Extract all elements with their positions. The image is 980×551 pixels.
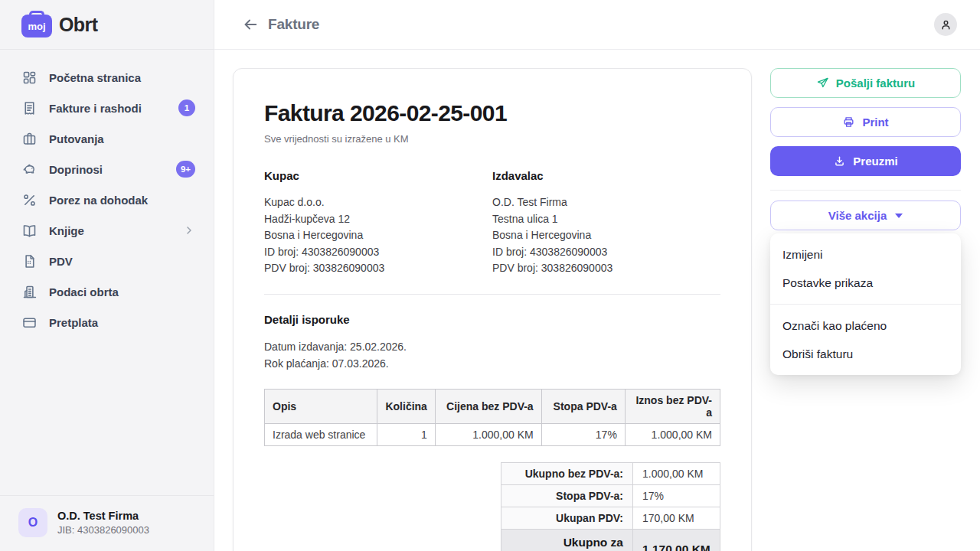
- sidebar-item-pocetna-stranica[interactable]: Početna stranica: [0, 62, 214, 93]
- buyer-country: Bosna i Hercegovina: [264, 227, 492, 244]
- issuer-name: O.D. Test Firma: [492, 194, 720, 211]
- sidebar-item-label: Početna stranica: [49, 71, 141, 84]
- table-row: Izrada web stranice 1 1.000,00 KM 17% 1.…: [265, 423, 720, 445]
- more-actions-button[interactable]: Više akcija: [770, 201, 961, 230]
- col-opis: Opis: [265, 389, 377, 423]
- dashboard-icon: [21, 70, 38, 86]
- sidebar-item-putovanja[interactable]: Putovanja: [0, 123, 214, 154]
- back-button[interactable]: [242, 16, 259, 33]
- invoice-parties: Kupac Kupac d.o.o. Hadži-kupčeva 12 Bosn…: [264, 169, 720, 277]
- more-actions-menu: Izmijeni Postavke prikaza Označi kao pla…: [770, 233, 961, 375]
- items-table: Opis Količina Cijena bez PDV-a Stopa PDV…: [264, 389, 720, 446]
- actions-divider: [770, 190, 961, 191]
- total-value: 1.000,00 KM: [633, 462, 720, 484]
- sidebar-item-label: Fakture i rashodi: [49, 102, 142, 115]
- sidebar-item-doprinosi[interactable]: Doprinosi 9+: [0, 154, 214, 184]
- sidebar-item-label: PDV: [49, 255, 73, 268]
- download-label: Preuzmi: [853, 155, 897, 168]
- buyer-name: Kupac d.o.o.: [264, 194, 492, 211]
- menu-item-obrisi-fakturu[interactable]: Obriši fakturu: [770, 340, 961, 368]
- user-jib: JIB: 4303826090003: [57, 524, 149, 536]
- total-row-rate: Stopa PDV-a: 17%: [501, 484, 720, 507]
- chevron-down-icon: [895, 214, 903, 218]
- col-cijena: Cijena bez PDV-a: [435, 389, 541, 423]
- col-kolicina: Količina: [377, 389, 435, 423]
- sidebar-item-label: Doprinosi: [49, 163, 103, 176]
- sidebar-item-pdv[interactable]: PDV: [0, 246, 214, 276]
- app-window: moj Obrt Početna stranica Fakture i rash…: [0, 0, 980, 551]
- sidebar-item-podaci-obrta[interactable]: Podaci obrta: [0, 276, 214, 307]
- receipt-icon: [21, 100, 38, 116]
- issue-date: Datum izdavanja: 25.02.2026.: [264, 338, 720, 355]
- issuer-heading: Izdavalac: [492, 169, 720, 182]
- section-divider: [264, 294, 720, 295]
- issuer-country: Bosna i Hercegovina: [492, 227, 720, 244]
- content-area: Faktura 2026-02-25-001 Sve vrijednosti s…: [214, 50, 980, 551]
- sidebar-item-label: Porez na dohodak: [49, 194, 148, 207]
- invoice-actions: Pošalji fakturu Print Preuzmi Više akcij…: [770, 68, 961, 375]
- more-actions-label: Više akcija: [828, 209, 887, 222]
- sidebar-item-label: Knjige: [49, 224, 84, 237]
- due-date: Rok plaćanja: 07.03.2026.: [264, 355, 720, 372]
- totals-section: Ukupno bez PDV-a: 1.000,00 KM Stopa PDV-…: [264, 462, 720, 551]
- sidebar-user-section[interactable]: O O.D. Test Firma JIB: 4303826090003: [0, 495, 214, 551]
- sidebar-item-fakture-i-rashodi[interactable]: Fakture i rashodi 1: [0, 93, 214, 123]
- sidebar: moj Obrt Početna stranica Fakture i rash…: [0, 0, 214, 551]
- menu-item-postavke-prikaza[interactable]: Postavke prikaza: [770, 269, 961, 297]
- logo-moj-text: moj: [28, 21, 45, 32]
- sidebar-item-knjige[interactable]: Knjige: [0, 215, 214, 246]
- total-label: Ukupno za plaćanje:: [501, 529, 633, 551]
- invoice-title: Faktura 2026-02-25-001: [264, 100, 720, 126]
- total-value: 17%: [633, 484, 720, 507]
- briefcase-icon: [21, 131, 38, 147]
- contributions-badge: 9+: [176, 161, 195, 178]
- invoice-subtitle: Sve vrijednosti su izražene u KM: [264, 133, 720, 145]
- sidebar-nav: Početna stranica Fakture i rashodi 1 Put…: [0, 50, 214, 495]
- issuer-id: ID broj: 4303826090003: [492, 244, 720, 261]
- print-button[interactable]: Print: [770, 107, 961, 137]
- printer-icon: [842, 116, 855, 129]
- chevron-right-icon: [183, 224, 195, 236]
- person-icon: [939, 18, 952, 31]
- sidebar-logo: moj Obrt: [0, 0, 214, 50]
- book-icon: [21, 223, 38, 239]
- cell-kolicina: 1: [377, 423, 435, 445]
- sidebar-item-pretplata[interactable]: Pretplata: [0, 307, 214, 337]
- items-table-header-row: Opis Količina Cijena bez PDV-a Stopa PDV…: [265, 389, 720, 423]
- buyer-pdv: PDV broj: 303826090003: [264, 260, 492, 277]
- user-info: O.D. Test Firma JIB: 4303826090003: [57, 510, 149, 536]
- download-button[interactable]: Preuzmi: [770, 146, 961, 176]
- buyer-id: ID broj: 4303826090003: [264, 244, 492, 261]
- percent-icon: [21, 192, 38, 208]
- issuer-block: Izdavalac O.D. Test Firma Testna ulica 1…: [492, 169, 720, 277]
- print-label: Print: [862, 116, 888, 129]
- buyer-block: Kupac Kupac d.o.o. Hadži-kupčeva 12 Bosn…: [264, 169, 492, 277]
- send-invoice-button[interactable]: Pošalji fakturu: [770, 68, 961, 98]
- user-name: O.D. Test Firma: [57, 510, 149, 522]
- total-value: 1.170,00 KM: [633, 529, 720, 551]
- office-icon: [21, 284, 38, 300]
- total-label: Stopa PDV-a:: [501, 484, 633, 507]
- sidebar-item-label: Pretplata: [49, 316, 98, 329]
- send-invoice-label: Pošalji fakturu: [836, 77, 915, 90]
- avatar: O: [18, 508, 47, 537]
- invoice-card: Faktura 2026-02-25-001 Sve vrijednosti s…: [233, 68, 752, 551]
- menu-item-izmijeni[interactable]: Izmijeni: [770, 240, 961, 269]
- delivery-heading: Detalji isporuke: [264, 313, 720, 326]
- sidebar-item-label: Putovanja: [49, 132, 104, 145]
- menu-divider: [770, 304, 961, 305]
- issuer-pdv: PDV broj: 303826090003: [492, 260, 720, 277]
- sidebar-item-porez-na-dohodak[interactable]: Porez na dohodak: [0, 184, 214, 215]
- totals-table: Ukupno bez PDV-a: 1.000,00 KM Stopa PDV-…: [501, 462, 720, 551]
- total-row-subtotal: Ukupno bez PDV-a: 1.000,00 KM: [501, 462, 720, 484]
- buyer-street: Hadži-kupčeva 12: [264, 211, 492, 228]
- menu-item-oznaci-kao-placeno[interactable]: Označi kao plaćeno: [770, 311, 961, 340]
- user-menu-button[interactable]: [934, 13, 957, 36]
- credit-card-icon: [21, 315, 38, 331]
- invoices-badge: 1: [178, 99, 195, 116]
- cell-iznos: 1.000,00 KM: [625, 423, 720, 445]
- issuer-street: Testna ulica 1: [492, 211, 720, 228]
- document-icon: [21, 253, 38, 269]
- total-value: 170,00 KM: [633, 507, 720, 529]
- moj-briefcase-logo-icon: moj: [21, 15, 52, 37]
